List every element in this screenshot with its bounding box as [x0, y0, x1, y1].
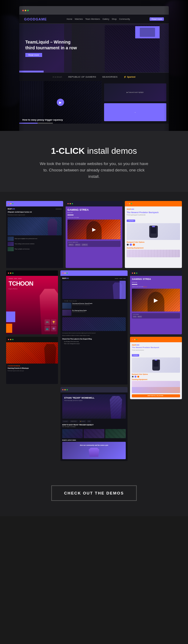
dlg-nav-item3	[18, 278, 22, 279]
nav-home[interactable]: Home	[67, 18, 72, 20]
color-orange[interactable]	[133, 244, 135, 246]
dlg-dot-r	[8, 273, 9, 274]
one-click-section: 1-CLICK install demos We took the time t…	[0, 131, 188, 192]
dcp-news-1	[62, 429, 83, 438]
drsh-desc: Premium esports accessories	[132, 350, 180, 351]
backpack-handle	[152, 226, 155, 227]
demo2-header	[66, 201, 123, 206]
demo-center-main[interactable]: RESPUNK	[60, 270, 128, 385]
dlc-person	[44, 344, 56, 364]
nav-team[interactable]: Team Members	[85, 18, 100, 20]
drs-platform: TWITCH OR YOUTUBE ▶ Live	[132, 286, 180, 287]
dlg-icon-4: 👾	[51, 326, 56, 331]
demo-right-shop[interactable]: RESPUNK The Newest Predator Backpack Pre…	[130, 337, 182, 399]
demo3-gaming-eq: Gaming Equipment	[127, 247, 180, 249]
demo1-text-3: Player spotlights and interviews	[15, 248, 30, 250]
demo1-content: RESPUNK Aliquam scelerisque luctus mi Fe…	[6, 206, 63, 268]
drsh-c3[interactable]	[137, 376, 139, 378]
accent-block-2	[6, 324, 12, 333]
dcm-articles: Tournament Preview: Grand Finals The bes…	[62, 303, 126, 316]
demo-card-news[interactable]: RESPUNK Aliquam scelerisque luctus mi Fe…	[6, 201, 63, 268]
drsh-header	[130, 337, 182, 342]
dcp-content: ETHAN "RIZAR" WOMBWELL PROFESSIONAL ESPO…	[60, 392, 128, 461]
dcm-ma-2: Team roster changes this season	[62, 343, 126, 344]
demo1-nav: RESPUNK	[8, 208, 62, 210]
drsh-c1[interactable]	[132, 376, 134, 378]
drsh-dot-y	[134, 339, 135, 340]
color-purple[interactable]	[130, 244, 132, 246]
dcp-logos: in a brush SEAHORSES ⚡ Sparked ROG	[62, 420, 126, 423]
demo2-score-label: RECENT MATCHES	[68, 242, 120, 243]
traffic-light-green	[27, 10, 29, 11]
drs-video[interactable]: ▶	[132, 289, 180, 311]
demo-card-shop[interactable]: RESPUNK The Newest Predator Backpack Pre…	[125, 201, 182, 268]
demo3-dot-red	[127, 203, 128, 204]
dcm-feature-img	[62, 317, 126, 331]
dcm-dot-y	[64, 273, 66, 274]
demo1-article-2: Team rankings and tournament schedules	[8, 242, 62, 246]
browser-window: GOODGAME Home Matches Team Members Galle…	[19, 6, 169, 131]
sponsor-rog: REPUBLIC OF GAMERS	[68, 76, 96, 78]
demo2-dot-yellow	[70, 203, 71, 204]
dcm-hero	[62, 281, 126, 299]
nav-matches[interactable]: Matches	[75, 18, 83, 20]
dcp-cta[interactable]: Join our community and be come a pro	[62, 442, 126, 459]
dlg-nav-item1	[9, 278, 13, 279]
demo2-scores: RECENT MATCHES WIN 2:1 WIN 2:0 LOSS 1:2	[67, 241, 121, 247]
dcp-hero: ETHAN "RIZAR" WOMBWELL PROFESSIONAL ESPO…	[62, 394, 126, 419]
drsh-title: The Newest Predator Backpack	[132, 347, 180, 349]
demo1-figure	[46, 219, 59, 235]
accent-card-image	[140, 28, 155, 37]
demos-row-1: RESPUNK Aliquam scelerisque luctus mi Fe…	[3, 201, 185, 268]
video-section: ▶ How to easy peasy trigger squeezy ▶ Fe…	[19, 81, 169, 124]
drsh-c2[interactable]	[135, 376, 136, 378]
demo3-header	[125, 201, 182, 206]
one-click-description: We took the time to create websites for …	[39, 161, 149, 180]
video-thumbnail[interactable]: ▶ How to easy peasy trigger squeezy	[19, 81, 102, 124]
one-click-rest: install demos	[85, 146, 137, 156]
drs-line	[132, 284, 137, 285]
demo3-product-img	[127, 223, 180, 240]
demo-left-convention[interactable]: Convention Media Gaming Events & Meetups…	[6, 337, 58, 384]
drsh-colors	[132, 376, 180, 378]
nav-shop[interactable]: Shop	[112, 18, 117, 20]
nav-cta-button[interactable]: Read more	[150, 17, 164, 21]
demo3-shop-btn[interactable]: Shop Now	[127, 220, 135, 222]
site-logo: GOODGAME	[24, 17, 47, 21]
drs-play[interactable]: ▶	[154, 297, 158, 304]
dlc-desc: Find local esports events near you	[8, 370, 56, 371]
demo-center-player[interactable]: ETHAN "RIZAR" WOMBWELL PROFESSIONAL ESPO…	[60, 387, 128, 461]
dcm-dot-g	[67, 273, 68, 274]
nav-gallery[interactable]: Gallery	[103, 18, 109, 20]
demo-left-game-body: TCHOON Esports Platform 🎮 🏆 📺 👾	[6, 276, 58, 334]
demo2-play-icon[interactable]: ▶	[92, 227, 96, 232]
dlc-dot-r	[8, 339, 9, 340]
dlc-body: Convention Media Gaming Events & Meetups…	[6, 342, 58, 384]
demo3-backpack	[149, 226, 158, 238]
demo2-line	[67, 215, 74, 215]
drsh-btn[interactable]: Shop Now	[132, 354, 139, 357]
video-right-cards: ▶ Featured match highlight →	[102, 81, 169, 124]
demo3-color-title: Backpack Color Options	[127, 241, 180, 243]
dcm-a1-text: Tournament Preview: Grand Finals The bes…	[72, 303, 126, 309]
dcp-news-grid	[62, 429, 126, 438]
drsh-product	[132, 357, 180, 373]
checkout-demos-button[interactable]: CHECK OUT THE DEMOS	[51, 485, 137, 501]
demo-card-streaming[interactable]: GAMING STREA MON-FRI TWITCH OR YOUTUBE ▶…	[66, 201, 123, 268]
hero-read-more[interactable]: Read more	[25, 53, 42, 57]
nav-community[interactable]: Community	[119, 18, 130, 20]
dcm-nav: RESPUNK	[62, 278, 126, 279]
drsh-buy-btn[interactable]: Shop the full collection →	[132, 394, 180, 397]
dcp-latest-label: RIZAR'S LATEST NEWS	[62, 439, 126, 441]
demo3-desc: Premium gaming gear for professionals	[127, 214, 180, 216]
demo-left-game[interactable]: TCHOON Esports Platform 🎮 🏆 📺 👾	[6, 270, 58, 334]
demo3-gear-img	[127, 250, 180, 257]
demo2-video-thumb[interactable]: ▶	[67, 220, 121, 239]
demo-right-stream[interactable]: GAMING STREA MON-FRI TWITCH OR YOUTUBE ▶…	[130, 270, 182, 334]
demo2-content: GAMING STREA MON-FRI TWITCH OR YOUTUBE ▶…	[66, 206, 123, 268]
video-title: How to easy peasy trigger squeezy	[22, 118, 63, 121]
play-button[interactable]: ▶	[57, 99, 64, 106]
drsh-color-title: Backpack Color Options	[132, 374, 180, 375]
color-black[interactable]	[127, 244, 129, 246]
drsh-logo: RESPUNK	[132, 344, 180, 346]
